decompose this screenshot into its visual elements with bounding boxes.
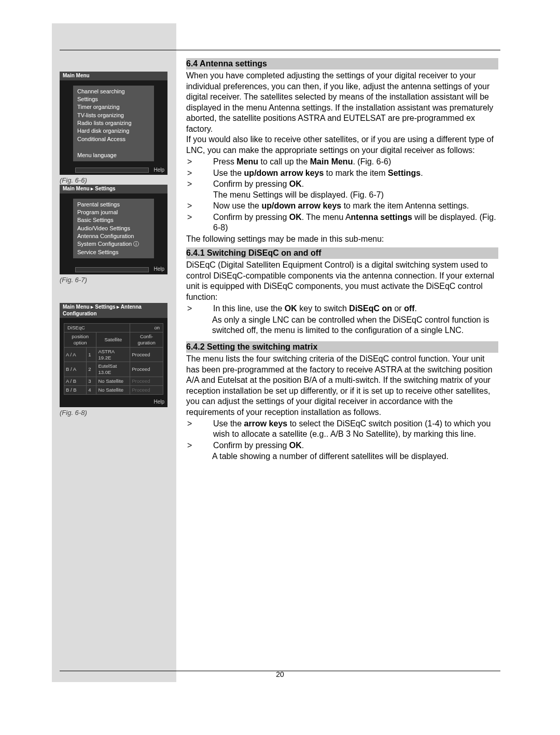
page-number: 20 [0, 670, 560, 678]
cell-proceed: Proceed [130, 377, 163, 386]
steps-6-4-2: >Use the arrow keys to select the DiSEqC… [186, 419, 498, 451]
heading-6-4-2: 6.4.2 Setting the switching matrix [186, 341, 498, 353]
main-text-column: 6.4 Antenna settings When you have compl… [186, 55, 498, 462]
cell-proceed: Proceed [130, 386, 163, 395]
menu-item[interactable]: Conditional Access [77, 135, 150, 143]
menu-list: Channel searchingSettingsTimer organizin… [73, 86, 154, 162]
cell-index: 1 [87, 347, 96, 362]
manual-page: 20 Main Menu Channel searchingSettingsTi… [0, 0, 560, 735]
menu-item[interactable]: Channel searching [77, 88, 150, 95]
help-button[interactable]: Help [153, 266, 164, 273]
cell-index: 3 [87, 377, 96, 386]
step-item: >Now use the up/down arrow keys to mark … [186, 201, 498, 211]
figure-6-7: Main Menu ▸ Settings Parental settingsPr… [60, 185, 167, 284]
figure-6-8: Main Menu ▸ Settings ▸ Antenna Configura… [60, 303, 167, 417]
cell-index: 4 [87, 386, 96, 395]
menu-item[interactable]: TV-lists organizing [77, 112, 150, 119]
menu-item[interactable] [77, 143, 150, 151]
antenna-config-table: DiSEqC on position option Satellite Conf… [64, 323, 163, 395]
cell-satellite: ASTRA 19.2E [96, 347, 130, 362]
help-button[interactable]: Help [153, 167, 164, 174]
figure-6-6: Main Menu Channel searchingSettingsTimer… [60, 72, 167, 184]
screenshot-main-menu: Main Menu Channel searchingSettingsTimer… [60, 72, 167, 175]
screenshot-antenna-config: Main Menu ▸ Settings ▸ Antenna Configura… [60, 303, 167, 407]
para-6-4-2-sub: A table showing a number of different sa… [212, 451, 498, 462]
menu-item[interactable]: Settings [77, 95, 150, 103]
cell-proceed[interactable]: Proceed [130, 362, 163, 377]
heading-6-4: 6.4 Antenna settings [186, 58, 498, 70]
menu-item[interactable]: Parental settings [77, 201, 150, 209]
figure-caption: (Fig. 6-7) [60, 276, 167, 284]
menu-item[interactable]: Program journal [77, 209, 150, 216]
cell-pos: A / B [64, 377, 87, 386]
breadcrumb: Main Menu ▸ Settings ▸ Antenna Configura… [60, 303, 167, 318]
cell-pos: A / A [64, 347, 87, 362]
scrollbar-icon [75, 267, 149, 272]
menu-item[interactable]: Menu language [77, 151, 150, 159]
col-config: Confi- guration [130, 332, 163, 347]
step-item: >Confirm by pressing OK.The menu Setting… [186, 179, 498, 200]
para-6-4-2: The menu lists the four switching criter… [186, 354, 498, 418]
cell-proceed[interactable]: Proceed [130, 347, 163, 362]
para-6-4-1-sub: As only a single LNC can be controlled w… [212, 315, 498, 336]
steps-6-4: >Press Menu to call up the Main Menu. (F… [186, 157, 498, 233]
menu-item[interactable]: Basic Settings [77, 216, 150, 224]
menu-item[interactable]: Hard disk organizing [77, 127, 150, 135]
table-row[interactable]: B / A2EutelSat 13.0EProceed [64, 362, 163, 377]
menu-item[interactable]: Antenna Configuration [77, 232, 150, 240]
step-item: >Use the arrow keys to select the DiSEqC… [186, 419, 498, 440]
menu-item[interactable]: Radio lists organizing [77, 119, 150, 127]
cell-index: 2 [87, 362, 96, 377]
para-6-4-1: DiSEqC (Digital Satelliten Equipment Con… [186, 260, 498, 302]
menu-item[interactable]: Service Settings [77, 248, 150, 256]
step-item: >Confirm by pressing OK. The menu Antenn… [186, 212, 498, 233]
cell-pos: B / A [64, 362, 87, 377]
cell-satellite: EutelSat 13.0E [96, 362, 130, 377]
screenshot-settings-menu: Main Menu ▸ Settings Parental settingsPr… [60, 185, 167, 274]
step-item: >In this line, use the OK key to switch … [186, 303, 498, 314]
col-satellite: Satellite [96, 332, 130, 347]
table-row[interactable]: A / B3No SatelliteProceed [64, 377, 163, 386]
menu-item[interactable]: Audio/Video Settings [77, 225, 150, 232]
help-button[interactable]: Help [153, 399, 164, 406]
breadcrumb: Main Menu ▸ Settings [60, 185, 167, 193]
diseqc-value[interactable]: on [130, 324, 163, 332]
para-6-4: When you have completed adjusting the se… [186, 71, 498, 156]
steps-6-4-1: >In this line, use the OK key to switch … [186, 303, 498, 314]
menu-list: Parental settingsProgram journalBasic Se… [73, 199, 154, 259]
menu-item[interactable]: System Configuration ⓘ [77, 240, 150, 248]
heading-6-4-1: 6.4.1 Switching DiSEqC on and off [186, 247, 498, 259]
diseqc-label: DiSEqC [64, 324, 130, 332]
scrollbar-icon [75, 168, 149, 173]
cell-satellite: No Satellite [96, 377, 130, 386]
step-item: >Confirm by pressing OK. [186, 440, 498, 451]
cell-pos: B / B [64, 386, 87, 395]
top-rule [60, 50, 500, 50]
col-position: position option [64, 332, 96, 347]
para-6-4-tail: The following settings may be made in th… [186, 234, 498, 244]
menu-item[interactable]: Timer organizing [77, 103, 150, 111]
table-row[interactable]: B / B4No SatelliteProceed [64, 386, 163, 395]
step-item: >Press Menu to call up the Main Menu. (F… [186, 157, 498, 167]
cell-satellite: No Satellite [96, 386, 130, 395]
step-item: >Use the up/down arrow keys to mark the … [186, 168, 498, 178]
figure-caption: (Fig. 6-8) [60, 409, 167, 417]
breadcrumb: Main Menu [60, 72, 167, 80]
table-row[interactable]: A / A1ASTRA 19.2EProceed [64, 347, 163, 362]
figure-caption: (Fig. 6-6) [60, 176, 167, 184]
